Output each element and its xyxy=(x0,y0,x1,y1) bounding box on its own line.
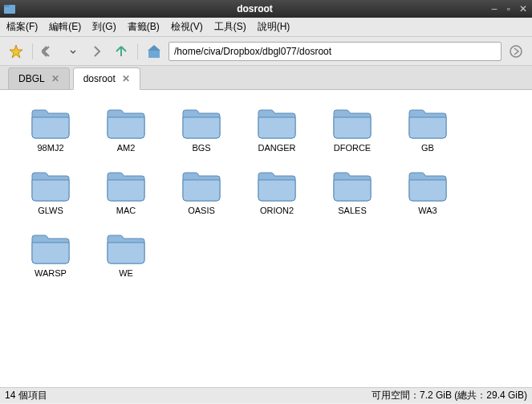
folder-item[interactable]: WA3 xyxy=(390,165,465,218)
folder-label: AM2 xyxy=(117,143,136,153)
menu-tools[interactable]: 工具(S) xyxy=(214,20,246,34)
tab-close-icon[interactable]: ✕ xyxy=(51,73,59,84)
separator xyxy=(32,43,33,59)
menu-go[interactable]: 到(G) xyxy=(92,20,116,34)
folder-label: WA3 xyxy=(418,206,437,215)
folder-icon xyxy=(181,169,221,202)
folder-label: ORION2 xyxy=(260,206,294,215)
folder-label: MAC xyxy=(116,206,136,215)
home-button[interactable] xyxy=(144,42,164,61)
folder-label: GLWS xyxy=(38,206,63,215)
folder-item[interactable]: 98MJ2 xyxy=(13,103,88,156)
window-controls: – ▫ ✕ xyxy=(489,3,529,14)
minimize-button[interactable]: – xyxy=(489,3,500,14)
folder-icon xyxy=(106,169,146,202)
folder-icon xyxy=(332,106,372,140)
tab-dosroot[interactable]: dosroot ✕ xyxy=(73,67,140,90)
folder-icon xyxy=(30,106,71,140)
folder-icon xyxy=(408,169,448,202)
menu-view[interactable]: 檢視(V) xyxy=(171,20,203,34)
folder-icon xyxy=(408,106,448,140)
back-button[interactable] xyxy=(39,42,59,61)
folder-item[interactable]: MAC xyxy=(88,165,164,218)
status-space: 可用空間：7.2 GiB (總共：29.4 GiB) xyxy=(372,389,527,402)
folder-icon xyxy=(30,231,71,265)
menu-help[interactable]: 說明(H) xyxy=(258,20,290,34)
tabbar: DBGL ✕ dosroot ✕ xyxy=(0,66,532,90)
forward-button[interactable] xyxy=(87,42,107,61)
folder-item[interactable]: WARSP xyxy=(13,228,88,281)
statusbar: 14 個項目 可用空間：7.2 GiB (總共：29.4 GiB) xyxy=(0,387,532,403)
go-button[interactable] xyxy=(506,42,526,61)
icon-grid: 98MJ2AM2BGSDANGERDFORCEGBGLWSMACOASISORI… xyxy=(13,103,519,281)
folder-item[interactable]: SALES xyxy=(315,165,390,218)
folder-item[interactable]: GB xyxy=(390,103,465,156)
folder-label: DANGER xyxy=(258,143,295,153)
close-button[interactable]: ✕ xyxy=(518,3,529,14)
folder-item[interactable]: BGS xyxy=(164,103,239,156)
toolbar xyxy=(0,37,532,66)
tab-dbgl[interactable]: DBGL ✕ xyxy=(8,67,70,89)
folder-icon xyxy=(181,106,221,140)
folder-label: WE xyxy=(119,268,133,278)
maximize-button[interactable]: ▫ xyxy=(503,3,514,14)
tab-close-icon[interactable]: ✕ xyxy=(122,73,130,84)
folder-item[interactable]: WE xyxy=(88,228,164,281)
folder-item[interactable]: OASIS xyxy=(164,165,239,218)
folder-icon xyxy=(30,169,71,202)
window-title: dosroot xyxy=(21,3,489,14)
folder-label: DFORCE xyxy=(334,143,371,153)
folder-item[interactable]: AM2 xyxy=(88,103,164,156)
history-dropdown[interactable] xyxy=(63,42,83,61)
app-icon xyxy=(3,2,16,15)
path-input[interactable] xyxy=(169,42,502,61)
folder-icon xyxy=(332,169,372,202)
folder-item[interactable]: DANGER xyxy=(239,103,315,156)
menubar: 檔案(F) 編輯(E) 到(G) 書籤(B) 檢視(V) 工具(S) 說明(H) xyxy=(0,18,532,37)
svg-marker-4 xyxy=(148,45,160,51)
svg-point-5 xyxy=(510,46,522,57)
tab-label: dosroot xyxy=(83,73,116,84)
titlebar: dosroot – ▫ ✕ xyxy=(0,0,532,18)
folder-icon xyxy=(106,106,146,140)
menu-bookmarks[interactable]: 書籤(B) xyxy=(128,20,160,34)
folder-icon xyxy=(257,169,297,202)
folder-label: WARSP xyxy=(35,268,67,278)
up-button[interactable] xyxy=(112,42,131,61)
svg-marker-2 xyxy=(10,45,22,58)
folder-icon xyxy=(106,231,146,265)
menu-file[interactable]: 檔案(F) xyxy=(6,20,38,34)
folder-label: GB xyxy=(421,143,434,153)
folder-icon xyxy=(257,106,297,140)
menu-edit[interactable]: 編輯(E) xyxy=(49,20,81,34)
folder-label: SALES xyxy=(338,206,366,215)
folder-item[interactable]: ORION2 xyxy=(239,165,315,218)
file-view[interactable]: 98MJ2AM2BGSDANGERDFORCEGBGLWSMACOASISORI… xyxy=(0,90,532,387)
status-items: 14 個項目 xyxy=(5,389,372,402)
new-tab-button[interactable] xyxy=(6,42,26,61)
folder-label: BGS xyxy=(192,143,210,153)
svg-rect-1 xyxy=(4,5,10,7)
folder-item[interactable]: DFORCE xyxy=(315,103,390,156)
tab-label: DBGL xyxy=(18,73,45,84)
folder-item[interactable]: GLWS xyxy=(13,165,88,218)
folder-label: 98MJ2 xyxy=(37,143,63,153)
svg-rect-3 xyxy=(148,50,160,58)
separator xyxy=(137,43,138,59)
folder-label: OASIS xyxy=(188,206,215,215)
